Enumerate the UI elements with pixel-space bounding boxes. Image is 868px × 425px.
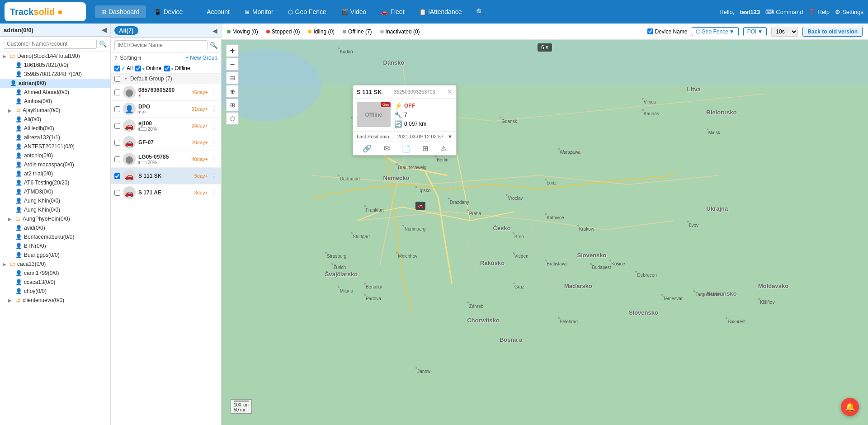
- device-checkbox-dev5[interactable]: [114, 156, 120, 162]
- tree-item-10[interactable]: 👤ANTEST202101(0/0): [0, 142, 110, 151]
- tree-item-5[interactable]: 👤Ainhoa(0/0): [0, 97, 110, 106]
- filter-online-input[interactable]: [135, 66, 141, 71]
- tree-item-21[interactable]: 👤BTN(0/0): [0, 241, 110, 250]
- popup-grid-btn[interactable]: ⊞: [422, 144, 428, 153]
- status-offline[interactable]: Offline (7): [343, 28, 372, 35]
- filter-all-input[interactable]: [114, 66, 120, 71]
- nav-search[interactable]: 🔍: [470, 5, 490, 18]
- nav-device[interactable]: 📱 Device: [148, 5, 189, 18]
- device-checkbox-dev1[interactable]: [114, 90, 120, 95]
- device-row-dev5[interactable]: ⬤LG05-09785 20%40day+⋮: [111, 151, 221, 168]
- tree-item-16[interactable]: 👤Aung Khin(0/0): [0, 196, 110, 205]
- device-more-btn-dev4[interactable]: ⋮: [211, 138, 217, 146]
- device-row-dev6[interactable]: 🚗S 111 SK5day+⋮: [111, 168, 221, 184]
- nav-fleet[interactable]: 🚗 Fleet: [374, 5, 410, 18]
- zoom-out-btn[interactable]: −: [226, 58, 239, 71]
- middle-panel-collapse-btn[interactable]: ◀: [212, 27, 217, 34]
- map-fence-btn[interactable]: ⬡: [226, 112, 239, 125]
- settings-btn[interactable]: ⚙ Settings: [835, 9, 863, 15]
- device-more-btn-dev6[interactable]: ⋮: [211, 172, 217, 180]
- tree-item-19[interactable]: 👤avid(0/0): [0, 223, 110, 232]
- device-row-dev1[interactable]: ⬤085763605200♥46day+⋮: [111, 84, 221, 101]
- tree-item-8[interactable]: 👤Ali ledib(0/0): [0, 124, 110, 133]
- device-row-dev2[interactable]: 👤DPO♥🏷31day+⋮: [111, 101, 221, 118]
- device-more-btn-dev1[interactable]: ⋮: [211, 88, 217, 96]
- back-old-version-btn[interactable]: Back to old version: [802, 27, 863, 37]
- device-row-dev4[interactable]: 🚗GF-0720day+⋮: [111, 134, 221, 151]
- nav-video[interactable]: 🎬 Video: [335, 5, 373, 18]
- all-badge[interactable]: All(7): [114, 26, 138, 35]
- map-layers-btn[interactable]: ⊟: [226, 71, 239, 84]
- tree-item-4[interactable]: 👤Ahmed Abood(0/0): [0, 88, 110, 97]
- group-checkbox[interactable]: [114, 76, 120, 82]
- tree-item-27[interactable]: ▶🗂clientenuevo(0/0): [0, 296, 110, 305]
- status-idling[interactable]: Idling (0): [308, 28, 335, 35]
- filter-all-checkbox[interactable]: ✓ All: [114, 65, 132, 71]
- device-checkbox-dev6[interactable]: [114, 173, 120, 179]
- popup-link-btn[interactable]: 🔗: [363, 144, 372, 153]
- tree-item-15[interactable]: 👤ATMD3(0/0): [0, 187, 110, 196]
- status-stopped[interactable]: Stopped (0): [266, 28, 300, 35]
- tree-item-1[interactable]: 👤18616857821(0/0): [0, 61, 110, 70]
- filter-offline-checkbox[interactable]: ● Offline: [164, 65, 190, 71]
- tree-item-0[interactable]: ▶🗂Demo(Stock144/Total190): [0, 52, 110, 61]
- logo[interactable]: Tracksolid ●: [5, 2, 86, 21]
- map-stack-btn[interactable]: ⊞: [226, 99, 239, 111]
- tree-item-23[interactable]: ▶🗂caca13(0/0): [0, 260, 110, 269]
- geofence-btn[interactable]: ⬡ Geo Fence ▼: [692, 27, 738, 36]
- nav-iattendance[interactable]: 📋 iAttendance: [413, 5, 468, 18]
- device-group-header[interactable]: ▼ Default Group (7): [111, 74, 221, 84]
- device-checkbox-dev4[interactable]: [114, 140, 120, 146]
- sorting-btn[interactable]: Sorting ⇅: [120, 55, 142, 61]
- account-search-btn[interactable]: 🔍: [99, 40, 107, 47]
- device-row-dev7[interactable]: 🚗S 171 AE3day+⋮: [111, 184, 221, 201]
- tree-item-7[interactable]: 👤Ali(0/0): [0, 115, 110, 124]
- nav-geofence[interactable]: ⬡ Geo Fence: [282, 5, 333, 18]
- command-btn[interactable]: ⌨ Command: [765, 9, 803, 15]
- popup-doc-btn[interactable]: 📄: [401, 144, 410, 153]
- nav-dashboard[interactable]: ⊞ Dashboard: [95, 5, 146, 18]
- device-name-toggle[interactable]: Device Name: [647, 28, 687, 35]
- device-checkbox-dev3[interactable]: [114, 123, 120, 129]
- nav-monitor[interactable]: 🖥 Monitor: [238, 5, 280, 18]
- device-checkbox-dev7[interactable]: [114, 190, 120, 196]
- tree-item-13[interactable]: 👤at2 trial(0/0): [0, 169, 110, 178]
- device-more-btn-dev3[interactable]: ⋮: [211, 122, 217, 130]
- device-checkbox-dev2[interactable]: [114, 106, 120, 112]
- tree-item-18[interactable]: ▶🗂AungPhyoHein(0/0): [0, 214, 110, 223]
- tree-item-24[interactable]: 👤cann1799(0/0): [0, 269, 110, 278]
- zoom-in-btn[interactable]: +: [226, 44, 239, 57]
- tree-item-3[interactable]: 👤adrian(0/0): [0, 79, 110, 88]
- notification-bell[interactable]: 🔔: [841, 398, 859, 416]
- map-background[interactable]: DánskoLitvaNemeckoČeskoSlovenskoMaďarsko…: [222, 40, 868, 425]
- tree-item-9[interactable]: 👤alireza132(1/1): [0, 133, 110, 142]
- popup-expand-btn[interactable]: ▼: [448, 134, 453, 139]
- device-more-btn-dev2[interactable]: ⋮: [211, 105, 217, 113]
- tree-item-17[interactable]: 👤Aung Khin(0/0): [0, 205, 110, 214]
- tree-item-20[interactable]: 👤Bonfacemabuku(0/0): [0, 232, 110, 241]
- left-panel-collapse-btn[interactable]: ◀: [102, 26, 107, 33]
- account-search-input[interactable]: [4, 39, 97, 49]
- device-row-dev3[interactable]: 🚗ej100 20%24day+⋮: [111, 118, 221, 134]
- status-inactivated[interactable]: Inactivated (0): [380, 28, 420, 35]
- map-vehicle-marker[interactable]: 🚗: [415, 202, 425, 210]
- status-moving[interactable]: Moving (0): [227, 28, 258, 35]
- device-search-input[interactable]: [114, 40, 208, 50]
- interval-select[interactable]: 10s 30s 1min: [771, 27, 798, 37]
- tree-item-2[interactable]: 👤35985708172848 7(0/0): [0, 70, 110, 79]
- map-target-btn[interactable]: ⊕: [226, 85, 239, 98]
- help-btn[interactable]: ❓ Help: [808, 9, 830, 15]
- tree-item-14[interactable]: 👤AT6 Testing(20/20): [0, 178, 110, 187]
- tree-item-25[interactable]: 👤ccaca13(0/0): [0, 278, 110, 287]
- filter-online-checkbox[interactable]: ● Online: [135, 65, 161, 71]
- filter-offline-input[interactable]: [164, 66, 170, 71]
- device-more-btn-dev7[interactable]: ⋮: [211, 189, 217, 197]
- device-name-checkbox[interactable]: [647, 28, 653, 34]
- tree-item-6[interactable]: ▶🗂AjayKumar(0/0): [0, 106, 110, 115]
- popup-email-btn[interactable]: ✉: [384, 144, 390, 153]
- new-group-btn[interactable]: + New Group: [185, 55, 217, 61]
- poi-btn[interactable]: POI ▼: [743, 27, 767, 36]
- icon-info-tooltip[interactable]: ?: [114, 55, 117, 61]
- tree-item-22[interactable]: 👤Buanggps(0/0): [0, 250, 110, 260]
- device-search-btn[interactable]: 🔍: [210, 42, 217, 49]
